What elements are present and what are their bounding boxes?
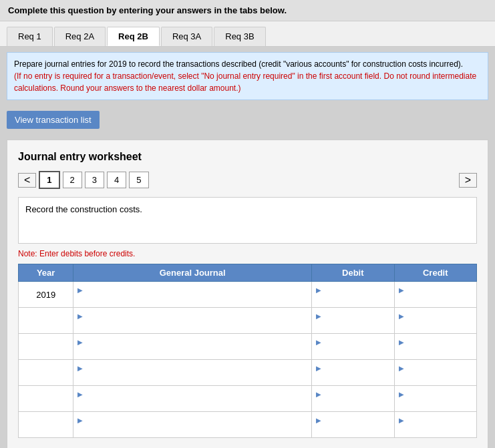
view-transaction-button[interactable]: View transaction list: [7, 111, 100, 129]
cell-arrow-icon: ▶: [77, 365, 83, 372]
debit-input-5[interactable]: [316, 425, 389, 435]
cell-year-1: [19, 308, 73, 334]
cell-credit-1[interactable]: ▶: [394, 308, 477, 334]
worksheet-container: Journal entry worksheet < 1 2 3 4 5 > Re…: [7, 140, 488, 448]
prev-page-arrow[interactable]: <: [18, 173, 36, 188]
cell-debit-0[interactable]: ▶: [312, 282, 394, 308]
cell-general-journal-5[interactable]: ▶: [73, 412, 312, 438]
cell-credit-3[interactable]: ▶: [394, 360, 477, 386]
cell-arrow-icon: ▶: [316, 312, 321, 320]
general-journal-input-3[interactable]: [77, 373, 307, 383]
page-4[interactable]: 4: [107, 172, 126, 188]
cell-debit-3[interactable]: ▶: [312, 360, 394, 386]
cell-general-journal-0[interactable]: ▶: [73, 282, 312, 308]
cell-debit-1[interactable]: ▶: [312, 308, 394, 334]
cell-general-journal-2[interactable]: ▶: [73, 334, 312, 360]
tabs-bar: Req 1 Req 2A Req 2B Req 3A Req 3B: [0, 21, 495, 47]
tab-req2a[interactable]: Req 2A: [54, 27, 106, 46]
cell-arrow-icon: ▶: [77, 339, 83, 346]
cell-arrow-icon: ▶: [316, 286, 321, 294]
info-red-text: (If no entry is required for a transacti…: [14, 71, 476, 93]
table-row: ▶▶▶: [19, 412, 477, 438]
table-row: ▶▶▶: [19, 334, 477, 360]
page-2[interactable]: 2: [63, 172, 82, 188]
credit-input-1[interactable]: [399, 321, 473, 330]
cell-year-3: [19, 360, 73, 386]
tab-req3b[interactable]: Req 3B: [214, 27, 265, 46]
debit-input-4[interactable]: [316, 399, 389, 409]
cell-arrow-icon: ▶: [77, 312, 83, 320]
cell-credit-4[interactable]: ▶: [394, 386, 477, 412]
note-text: Note: Enter debits before credits.: [18, 249, 477, 258]
cell-debit-5[interactable]: ▶: [312, 412, 394, 438]
credit-input-0[interactable]: [399, 295, 473, 304]
tab-req3a[interactable]: Req 3A: [161, 27, 212, 46]
worksheet-title: Journal entry worksheet: [18, 151, 477, 163]
cell-credit-0[interactable]: ▶: [394, 282, 477, 308]
cell-general-journal-1[interactable]: ▶: [73, 308, 312, 334]
cell-debit-4[interactable]: ▶: [312, 386, 394, 412]
info-box: Prepare journal entries for 2019 to reco…: [7, 52, 488, 100]
debit-input-0[interactable]: [316, 295, 389, 304]
cell-year-5: [19, 412, 73, 438]
general-journal-input-2[interactable]: [77, 347, 307, 357]
page-3[interactable]: 3: [85, 172, 104, 188]
cell-arrow-icon: ▶: [399, 391, 404, 398]
credit-input-3[interactable]: [399, 373, 473, 383]
table-row: ▶▶▶: [19, 308, 477, 334]
description-box: Record the construction costs.: [18, 197, 477, 244]
tab-req1[interactable]: Req 1: [7, 27, 53, 46]
top-bar-text: Complete this question by entering your …: [8, 5, 287, 15]
cell-year-2: [19, 334, 73, 360]
credit-input-5[interactable]: [399, 425, 473, 435]
cell-arrow-icon: ▶: [316, 365, 321, 372]
cell-credit-2[interactable]: ▶: [394, 334, 477, 360]
cell-arrow-icon: ▶: [77, 391, 83, 398]
col-header-credit: Credit: [394, 264, 477, 282]
debit-input-2[interactable]: [316, 347, 389, 357]
description-text: Record the construction costs.: [25, 204, 142, 214]
journal-table: Year General Journal Debit Credit 2019▶▶…: [18, 264, 477, 438]
table-row: ▶▶▶: [19, 360, 477, 386]
cell-arrow-icon: ▶: [399, 339, 404, 346]
cell-arrow-icon: ▶: [77, 417, 83, 424]
cell-year-4: [19, 386, 73, 412]
cell-arrow-icon: ▶: [399, 365, 404, 372]
cell-arrow-icon: ▶: [316, 339, 321, 346]
general-journal-input-4[interactable]: [77, 399, 307, 409]
cell-arrow-icon: ▶: [399, 312, 404, 320]
page-5[interactable]: 5: [129, 172, 148, 188]
debit-input-1[interactable]: [316, 321, 389, 330]
info-main-text: Prepare journal entries for 2019 to reco…: [14, 59, 463, 69]
cell-year-0: 2019: [19, 282, 73, 308]
tab-req2b[interactable]: Req 2B: [107, 27, 160, 46]
cell-general-journal-4[interactable]: ▶: [73, 386, 312, 412]
cell-arrow-icon: ▶: [316, 391, 321, 398]
debit-input-3[interactable]: [316, 373, 389, 383]
cell-credit-5[interactable]: ▶: [394, 412, 477, 438]
general-journal-input-1[interactable]: [77, 321, 307, 330]
col-header-debit: Debit: [312, 264, 394, 282]
cell-general-journal-3[interactable]: ▶: [73, 360, 312, 386]
col-header-year: Year: [19, 264, 73, 282]
next-page-arrow[interactable]: >: [459, 173, 477, 188]
cell-arrow-icon: ▶: [399, 286, 404, 294]
general-journal-input-5[interactable]: [77, 425, 307, 435]
general-journal-input-0[interactable]: [77, 295, 307, 304]
table-row: ▶▶▶: [19, 386, 477, 412]
table-row: 2019▶▶▶: [19, 282, 477, 308]
cell-arrow-icon: ▶: [77, 286, 83, 294]
cell-arrow-icon: ▶: [316, 417, 321, 424]
page-1[interactable]: 1: [39, 171, 59, 189]
top-bar: Complete this question by entering your …: [0, 0, 495, 21]
page-nav: < 1 2 3 4 5 >: [18, 171, 477, 189]
cell-debit-2[interactable]: ▶: [312, 334, 394, 360]
col-header-general-journal: General Journal: [73, 264, 312, 282]
credit-input-4[interactable]: [399, 399, 473, 409]
cell-arrow-icon: ▶: [399, 417, 404, 424]
credit-input-2[interactable]: [399, 347, 473, 357]
